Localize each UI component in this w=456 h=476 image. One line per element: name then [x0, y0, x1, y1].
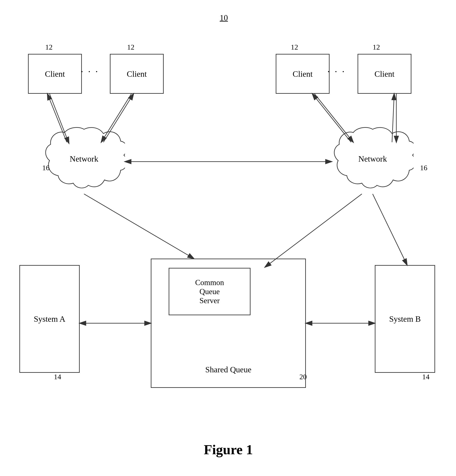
- ref-14-left: 14: [54, 373, 61, 381]
- dots-left: . . .: [81, 64, 99, 75]
- network-cloud-left: Network: [43, 125, 125, 194]
- ref-12-1: 12: [45, 43, 52, 51]
- shared-queue-label: Shared Queue: [152, 365, 305, 374]
- svg-line-15: [373, 194, 407, 265]
- diagram-container: 10 Client Client Client Client 12 12 12 …: [0, 0, 456, 476]
- ref-12-3: 12: [291, 43, 298, 51]
- client-box-1: Client: [28, 54, 82, 94]
- svg-line-12: [265, 194, 362, 267]
- ref-16-right: 16: [420, 164, 427, 172]
- client-box-3: Client: [276, 54, 329, 94]
- ref-12-2: 12: [127, 43, 135, 51]
- system-a-box: System A: [19, 265, 80, 373]
- system-b-box: System B: [375, 265, 435, 373]
- ref-12-4: 12: [373, 43, 380, 51]
- network-cloud-right-label: Network: [358, 154, 387, 163]
- client-box-2: Client: [110, 54, 164, 94]
- network-cloud-right: Network: [332, 125, 414, 194]
- client-box-4: Client: [358, 54, 411, 94]
- cqs-outer-box: Common Queue Server Shared Queue: [151, 259, 306, 388]
- svg-line-11: [84, 194, 194, 259]
- network-cloud-left-label: Network: [70, 154, 98, 163]
- cqs-inner-box: Common Queue Server: [169, 268, 251, 315]
- figure-caption: Figure 1: [185, 442, 271, 458]
- ref-14-right: 14: [422, 373, 430, 381]
- ref-20: 20: [299, 373, 307, 381]
- figure-ref-number: 10: [220, 13, 228, 22]
- ref-16-left: 16: [42, 164, 50, 172]
- dots-right: . . .: [327, 64, 346, 75]
